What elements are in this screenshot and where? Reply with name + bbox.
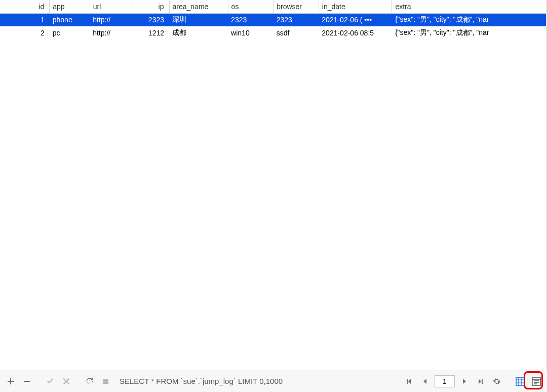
form-view-button[interactable] [530,375,543,388]
last-page-button[interactable] [474,375,487,388]
column-header-area_name[interactable]: area_name [169,0,228,13]
column-header-in_date[interactable]: in_date [319,0,392,13]
result-grid: idappurliparea_nameosbrowserin_dateextra… [0,0,547,370]
stop-button[interactable] [99,375,112,388]
cell-extra[interactable]: {"sex": "男", "city": "成都", "nar [392,13,547,26]
add-row-button[interactable] [4,375,17,388]
cell-os[interactable]: win10 [228,26,274,40]
cell-ip[interactable]: 2323 [133,13,169,26]
refresh-button[interactable] [83,375,96,388]
column-header-url[interactable]: url [90,0,133,13]
cell-os[interactable]: 2323 [228,13,274,26]
delete-row-button[interactable] [20,375,33,388]
cell-id[interactable]: 1 [0,13,50,26]
column-header-id[interactable]: id [0,0,50,13]
cell-url[interactable]: http:// [90,26,133,40]
page-number-input[interactable] [435,375,455,387]
column-header-app[interactable]: app [50,0,90,13]
cell-browser[interactable]: ssdf [274,26,319,40]
cell-area_name[interactable]: 成都 [169,26,228,40]
column-header-os[interactable]: os [228,0,274,13]
cell-browser[interactable]: 2323 [274,13,319,26]
cell-in_date[interactable]: 2021-02-06 08:5 [319,26,392,40]
column-header-ip[interactable]: ip [133,0,169,13]
svg-rect-1 [103,379,108,384]
cell-app[interactable]: phone [50,13,90,26]
cell-extra[interactable]: {"sex": "男", "city": "成都", "nar [392,26,547,40]
cell-id[interactable]: 2 [0,26,50,40]
commit-button[interactable] [44,375,57,388]
result-table[interactable]: idappurliparea_nameosbrowserin_dateextra… [0,0,547,40]
grid-view-button[interactable] [514,375,527,388]
cell-in_date[interactable]: 2021-02-06 ( ••• [319,13,392,26]
column-header-browser[interactable]: browser [274,0,319,13]
cell-app[interactable]: pc [50,26,90,40]
table-row[interactable]: 1phonehttp://2323深圳232323232021-02-06 ( … [0,13,547,26]
bottom-toolbar: SELECT * FROM `sue`.`jump_log` LIMIT 0,1… [0,370,547,392]
table-body[interactable]: 1phonehttp://2323深圳232323232021-02-06 ( … [0,13,547,40]
next-page-button[interactable] [458,375,471,388]
cell-area_name[interactable]: 深圳 [169,13,228,26]
svg-rect-2 [516,377,524,385]
sql-statement: SELECT * FROM `sue`.`jump_log` LIMIT 0,1… [115,377,399,385]
cell-ip[interactable]: 1212 [133,26,169,40]
first-page-button[interactable] [402,375,415,388]
prev-page-button[interactable] [418,375,432,388]
table-row[interactable]: 2pchttp://1212成都win10ssdf2021-02-06 08:5… [0,26,547,40]
svg-rect-0 [24,381,30,382]
row-stripes [0,13,546,370]
table-header: idappurliparea_nameosbrowserin_dateextra [0,0,547,13]
column-header-extra[interactable]: extra [392,0,547,13]
cancel-button[interactable] [60,375,73,388]
settings-button[interactable] [490,375,503,388]
cell-url[interactable]: http:// [90,13,133,26]
